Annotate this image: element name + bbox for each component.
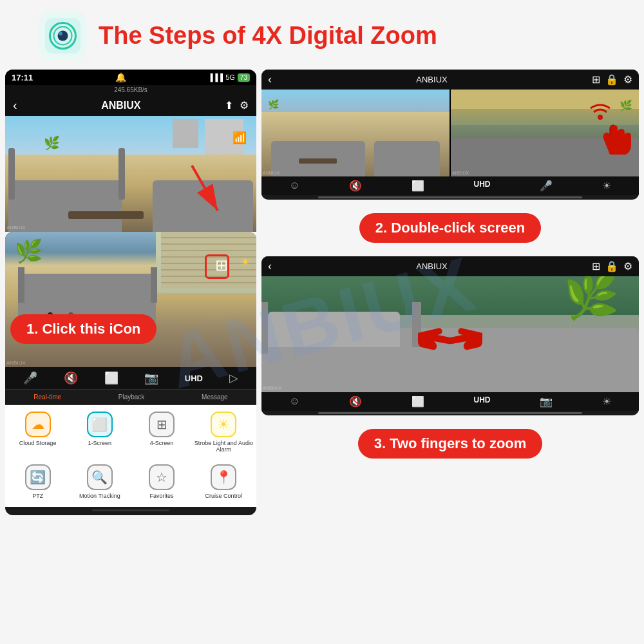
right-column: ‹ ANBIUX ⊞ 🔒 ⚙ 🌿 ANBIUX [261,70,639,467]
dual-controls-bar: ☺ 🔇 ⬜ UHD 🎤 ☀ [261,176,639,195]
main-content: 17:11 🔔 ▐▐▐ 5G 73 245.65KB/s ‹ ANBIUX ⬆ … [0,66,644,475]
zoom-uhd-label: UHD [473,395,490,408]
dual-record-icon[interactable]: ⬜ [412,180,424,192]
tab-playback[interactable]: Playback [115,392,148,402]
favorites-item[interactable]: ☆ Favorites [133,464,191,499]
back-icon[interactable]: ‹ [13,98,17,113]
header: The Steps of 4X Digital Zoom [0,0,644,66]
home-indicator [92,509,169,511]
zoom-grid-icon[interactable]: ⊞ [592,260,600,272]
zoom-slider-indicator [318,412,582,414]
svg-point-4 [59,32,62,35]
zoom-record-icon[interactable]: ⬜ [412,395,424,408]
strobe-icon: ☀ [211,412,236,437]
record-icon[interactable]: ⬜ [104,371,118,385]
cloud-storage-item[interactable]: ☁ Cloud Storage [8,412,67,453]
page-title: The Steps of 4X Digital Zoom [99,22,437,50]
step3-button: 3. Two fingers to zoom [358,429,543,459]
app-icon [39,12,87,60]
dual-mute-icon[interactable]: 🔇 [349,180,362,192]
one-screen-icon: ⬜ [87,412,113,437]
mini-screen-2: 🌿 [451,90,639,176]
watermark-cam2: ANBIUX [6,360,26,366]
camera-view-1: 🌿 ANBIUX [5,116,256,232]
zoom-title: ANBIUX [416,261,447,271]
signal-display: ▐▐▐ 5G 73 [208,73,250,82]
zoom-camera-view: 🌿 ANBIUX [261,276,639,392]
camera-icon[interactable]: 📷 [144,371,158,385]
mic-icon[interactable]: 🎤 [23,371,37,385]
tab-realtime[interactable]: Real-time [30,392,64,402]
step2-button: 2. Double-click screen [359,213,541,243]
dual-screen-panel: ‹ ANBIUX ⊞ 🔒 ⚙ 🌿 ANBIUX [261,70,639,200]
dual-nav: ‹ ANBIUX ⊞ 🔒 ⚙ [261,70,639,90]
cruise-icon: 📍 [211,464,236,490]
cruise-control-item[interactable]: 📍 Cruise Control [194,464,253,499]
dual-back-icon[interactable]: ‹ [268,73,272,86]
cloud-storage-icon: ☁ [25,412,51,437]
grid-icon[interactable]: ⊞ [592,73,600,86]
share-icon[interactable]: ⬆ [225,99,233,111]
camera-app-icon [45,18,80,53]
tab-bar: Real-time Playback Message [5,389,256,405]
hand-pointer-icon [597,116,632,160]
zoom-controls-bar: ☺ 🔇 ⬜ UHD 📷 ☀ [261,392,639,411]
zoom-settings-icon[interactable]: ⚙ [623,260,632,272]
settings-icon[interactable]: ⚙ [240,99,249,111]
strobe-item[interactable]: ☀ Strobe Light and Audio Alarm [194,412,253,453]
dual-brightness-icon[interactable]: ☀ [602,180,611,192]
wifi-icon: 📶 [232,131,247,145]
camera-title: ANBIUX [101,100,140,111]
left-column: 17:11 🔔 ▐▐▐ 5G 73 245.65KB/s ‹ ANBIUX ⬆ … [5,70,256,467]
motion-tracking-icon: 🔍 [87,464,113,490]
uhd-label: UHD [185,374,203,383]
watermark-small: ANBIUX [6,225,26,231]
one-screen-item[interactable]: ⬜ 1-Screen [70,412,129,453]
zoom-smiley-icon[interactable]: ☺ [289,395,299,408]
phone-top-panel: 17:11 🔔 ▐▐▐ 5G 73 245.65KB/s ‹ ANBIUX ⬆ … [5,70,256,232]
zoom-brightness-icon[interactable]: ☀ [602,395,611,408]
slider-indicator [318,196,582,198]
smiley-icon[interactable]: ☺ [289,180,299,192]
ptz-item[interactable]: 🔄 PTZ [8,464,67,499]
dual-mic-icon[interactable]: 🎤 [540,180,553,192]
dual-settings-icon[interactable]: ⚙ [623,73,632,86]
zoom-nav: ‹ ANBIUX ⊞ 🔒 ⚙ [261,256,639,276]
step3-label-container: 3. Two fingers to zoom [261,424,639,464]
controls-bar-2: 🎤 🔇 ⬜ 📷 UHD ▷ [5,367,256,389]
zoom-cam-icon[interactable]: 📷 [540,395,553,408]
highlight-icon-box [205,254,229,279]
step2-label-container: 2. Double-click screen [261,208,639,248]
pinch-gesture-icon [415,304,486,365]
zoom-mute-icon[interactable]: 🔇 [349,395,362,408]
tab-message[interactable]: Message [198,392,231,402]
favorites-icon: ☆ [149,464,175,490]
nav-bar: ‹ ANBIUX ⬆ ⚙ [5,95,256,116]
ptz-icon: 🔄 [25,464,51,490]
icon-grid-row2: 🔄 PTZ 🔍 Motion Tracking ☆ Favorites 📍 Cr… [5,459,256,507]
zoom-panel: ‹ ANBIUX ⊞ 🔒 ⚙ 🌿 [261,256,639,415]
dual-screens-container: 🌿 ANBIUX 🌿 [261,90,639,176]
four-screen-icon: ⊞ [149,412,175,437]
time-display: 17:11 [12,73,33,82]
motion-tracking-item[interactable]: 🔍 Motion Tracking [70,464,129,499]
zoom-back-icon[interactable]: ‹ [268,260,272,273]
zoom-lock-icon[interactable]: 🔒 [605,260,618,272]
mute-icon[interactable]: 🔇 [64,371,78,385]
dual-uhd-label: UHD [473,180,490,192]
dual-title: ANBIUX [416,75,447,84]
lock-icon[interactable]: 🔒 [605,73,618,86]
play-icon[interactable]: ▷ [229,371,238,385]
speed-display: 245.65KB/s [5,85,256,95]
status-bar: 17:11 🔔 ▐▐▐ 5G 73 [5,70,256,85]
mini-screen-1: 🌿 ANBIUX [261,90,450,176]
icon-grid: ☁ Cloud Storage ⬜ 1-Screen ⊞ 4-Screen ☀ … [5,405,256,459]
watermark-zoom: ANBIUX [263,385,282,391]
phone-bottom-panel: 🌿 ⊞ ☀ ANBIUX 🎤 🔇 [5,232,256,515]
four-screen-item[interactable]: ⊞ 4-Screen [133,412,191,453]
camera-view-2: 🌿 ⊞ ☀ ANBIUX [5,232,256,367]
